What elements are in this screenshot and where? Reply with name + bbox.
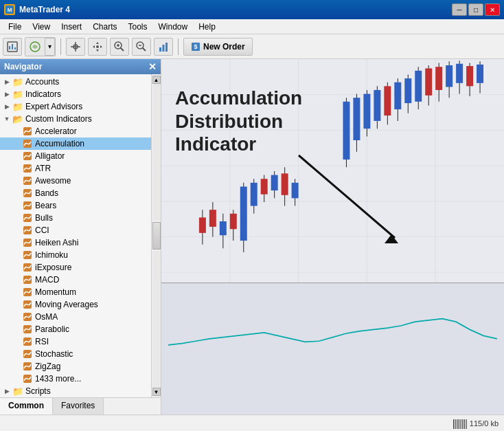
tree-indicator-moving-averages[interactable]: Moving Averages	[0, 298, 151, 311]
toolbar-sep-1	[60, 38, 61, 55]
svg-rect-94	[425, 68, 432, 95]
toolbar-move[interactable]	[88, 38, 107, 56]
tree-indicator-parabolic[interactable]: Parabolic	[0, 323, 151, 335]
toolbar-connect-dropdown[interactable]: ▾	[45, 38, 55, 56]
tree-indicator-bands[interactable]: Bands	[0, 187, 151, 199]
tree-expert-advisors[interactable]: ▶ 📁 Expert Advisors	[0, 100, 151, 113]
close-button[interactable]: ✕	[485, 3, 500, 16]
menu-bar: File View Insert Charts Tools Window Hel…	[0, 19, 504, 34]
indicators-expander: ▶	[1, 91, 12, 98]
tree-indicator-alligator[interactable]: Alligator	[0, 150, 151, 162]
tab-favorites[interactable]: Favorites	[53, 398, 104, 415]
main-area: Navigator ✕ ▶ 📁 Accounts ▶ 📁 Indicators	[0, 59, 504, 415]
navigator-tabs: Common Favorites	[0, 397, 161, 415]
menu-help[interactable]: Help	[193, 21, 221, 33]
tree-custom-indicators[interactable]: ▼ 📂 Custom Indicators	[0, 113, 151, 125]
chart-area[interactable]: Accumulation Distribution Indicator	[161, 59, 504, 415]
toolbar-sep-2	[178, 38, 179, 55]
navigator-close[interactable]: ✕	[148, 61, 157, 72]
menu-insert[interactable]: Insert	[56, 21, 87, 33]
tree-indicator-cci[interactable]: CCI	[0, 224, 151, 236]
svg-rect-86	[384, 86, 391, 115]
scroll-thumb[interactable]	[152, 222, 161, 250]
svg-rect-68	[251, 183, 257, 206]
tab-common[interactable]: Common	[0, 398, 53, 415]
svg-line-16	[143, 47, 146, 51]
navigator-title: Navigator	[4, 62, 42, 71]
ci-expander: ▼	[1, 115, 12, 122]
tree-indicator-heiken-ashi[interactable]: Heiken Ashi	[0, 236, 151, 249]
indicator-icon-15	[22, 311, 33, 322]
indicator-icon-3	[22, 163, 33, 174]
tree-indicator-rsi[interactable]: RSI	[0, 335, 151, 348]
indicator-icon-7	[22, 212, 33, 223]
indicator-label-8: CCI	[35, 225, 49, 235]
svg-rect-76	[292, 183, 299, 198]
indicator-label-4: Awesome	[35, 176, 71, 186]
svg-rect-84	[374, 90, 380, 121]
indicator-icon-9	[22, 237, 33, 248]
indicator-label-2: Alligator	[35, 151, 65, 161]
indicator-icon-8	[22, 225, 33, 236]
ea-expander: ▶	[1, 103, 12, 110]
tree-indicator-momentum[interactable]: Momentum	[0, 286, 151, 298]
indicator-icon-6	[22, 200, 33, 211]
tree-indicator-awesome[interactable]: Awesome	[0, 175, 151, 187]
menu-tools[interactable]: Tools	[123, 21, 153, 33]
minimize-button[interactable]: ─	[452, 3, 467, 16]
indicator-label-1: Accumulation	[35, 139, 84, 148]
navigator-scrollbar[interactable]: ▲ ▼	[151, 74, 161, 397]
tree-indicator-ichimoku[interactable]: Ichimoku	[0, 249, 151, 261]
indicator-icon-1	[22, 138, 33, 149]
svg-rect-56	[161, 283, 504, 415]
tree-indicator-osma[interactable]: OsMA	[0, 311, 151, 323]
indicator-label-10: Ichimoku	[35, 250, 68, 260]
indicator-label-11: iExposure	[35, 263, 71, 272]
indicator-icon-20	[22, 373, 33, 384]
scripts-label: Scripts	[25, 386, 51, 396]
svg-rect-62	[220, 221, 227, 235]
scroll-down-button[interactable]: ▼	[152, 388, 161, 396]
indicator-list: AcceleratorAccumulationAlligatorATRAweso…	[0, 125, 151, 385]
menu-window[interactable]: Window	[153, 21, 194, 33]
tree-indicator-accumulation[interactable]: Accumulation	[0, 137, 151, 150]
tree-indicator-accelerator[interactable]: Accelerator	[0, 125, 151, 137]
svg-rect-58	[199, 217, 206, 232]
new-order-button[interactable]: $ New Order	[183, 38, 253, 56]
indicator-label-19: ZigZag	[35, 362, 60, 371]
tree-indicators[interactable]: ▶ 📁 Indicators	[0, 88, 151, 100]
tree-indicator-atr[interactable]: ATR	[0, 162, 151, 175]
tree-indicator-iexposure[interactable]: iExposure	[0, 261, 151, 274]
toolbar-crosshair[interactable]	[66, 38, 85, 56]
window-controls[interactable]: ─ □ ✕	[452, 3, 500, 16]
status-memory: |||||||| 115/0 kb	[453, 418, 499, 429]
tree-accounts[interactable]: ▶ 📁 Accounts	[0, 76, 151, 88]
indicator-label-18: Stochastic	[35, 349, 73, 359]
title-bar-left: M MetaTrader 4	[4, 4, 70, 15]
toolbar-new-chart[interactable]	[3, 38, 22, 56]
toolbar-zoom-out[interactable]	[132, 38, 151, 56]
tree-indicator-bulls[interactable]: Bulls	[0, 212, 151, 224]
tree-indicator-macd[interactable]: MACD	[0, 274, 151, 286]
toolbar-connect[interactable]	[25, 38, 45, 56]
scroll-up-button[interactable]: ▲	[152, 76, 161, 84]
maximize-button[interactable]: □	[468, 3, 483, 16]
indicators-folder-icon: 📁	[12, 89, 23, 100]
tree-indicator-bears[interactable]: Bears	[0, 199, 151, 212]
svg-rect-92	[415, 71, 422, 102]
indicator-label-20: 1433 more...	[35, 374, 81, 384]
menu-view[interactable]: View	[27, 21, 56, 33]
svg-rect-96	[435, 67, 442, 90]
menu-charts[interactable]: Charts	[87, 21, 122, 33]
tree-indicator-1433-more...[interactable]: 1433 more...	[0, 373, 151, 385]
svg-text:M: M	[8, 7, 12, 13]
memory-icon: ||||||||	[453, 418, 467, 429]
svg-rect-19	[163, 45, 165, 52]
tree-indicator-stochastic[interactable]: Stochastic	[0, 348, 151, 360]
toolbar-chart-type[interactable]	[154, 38, 173, 56]
toolbar-zoom-in[interactable]	[110, 38, 129, 56]
tree-scripts[interactable]: ▶ 📁 Scripts	[0, 385, 151, 397]
menu-file[interactable]: File	[3, 21, 27, 33]
svg-rect-82	[363, 94, 370, 129]
tree-indicator-zigzag[interactable]: ZigZag	[0, 360, 151, 373]
